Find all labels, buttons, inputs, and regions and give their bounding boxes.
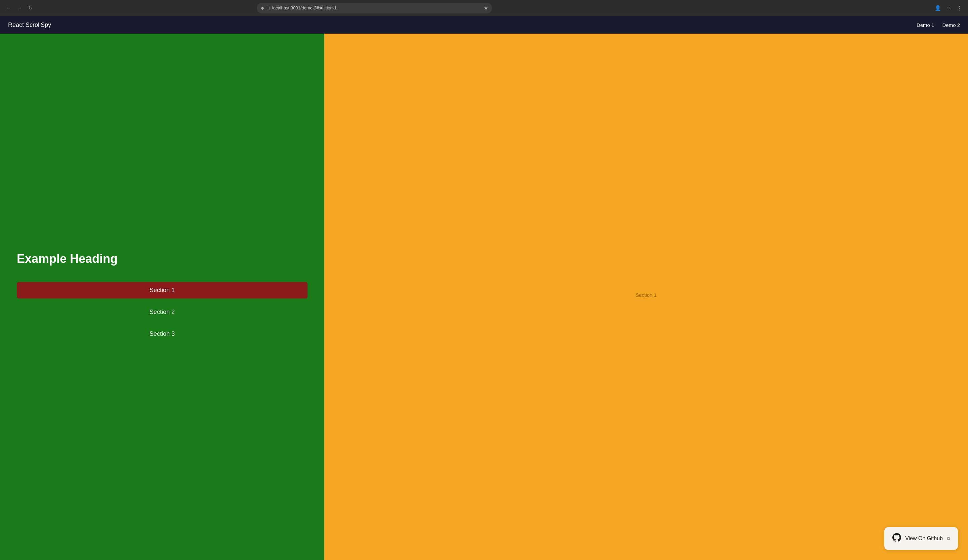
app-header: React ScrollSpy Demo 1 Demo 2 [0, 16, 968, 34]
browser-actions: 👤 ≡ ⋮ [933, 3, 964, 13]
address-bar[interactable]: ◆ □ localhost:3001/demo-2#section-1 ★ [257, 3, 492, 13]
content-area: Section 1 View On Github ⧉ [324, 34, 968, 560]
browser-nav-buttons: ← → ↻ [4, 3, 35, 13]
section-content-label: Section 1 [636, 292, 657, 298]
sidebar-heading: Example Heading [17, 252, 308, 266]
back-button[interactable]: ← [4, 3, 13, 13]
github-icon [892, 533, 901, 544]
nav-item-section2[interactable]: Section 2 [17, 304, 308, 320]
shield-icon: ◆ [261, 5, 264, 10]
github-button[interactable]: View On Github ⧉ [884, 527, 958, 550]
forward-button[interactable]: → [15, 3, 24, 13]
app-title: React ScrollSpy [8, 22, 51, 28]
page-icon: □ [267, 5, 270, 10]
extensions-button[interactable]: ≡ [944, 3, 953, 13]
browser-chrome: ← → ↻ ◆ □ localhost:3001/demo-2#section-… [0, 0, 968, 16]
url-text: localhost:3001/demo-2#section-1 [272, 5, 481, 10]
main-content: Example Heading Section 1 Section 2 Sect… [0, 34, 968, 560]
nav-item-section1[interactable]: Section 1 [17, 282, 308, 298]
reload-button[interactable]: ↻ [25, 3, 35, 13]
menu-button[interactable]: ⋮ [955, 3, 964, 13]
demo1-nav-link[interactable]: Demo 1 [917, 22, 934, 28]
firefox-account-button[interactable]: 👤 [933, 3, 943, 13]
github-button-label: View On Github [905, 535, 943, 542]
sidebar: Example Heading Section 1 Section 2 Sect… [0, 34, 324, 560]
demo2-nav-link[interactable]: Demo 2 [942, 22, 960, 28]
nav-item-section3[interactable]: Section 3 [17, 326, 308, 342]
bookmark-icon[interactable]: ★ [484, 5, 488, 11]
app-nav: Demo 1 Demo 2 [917, 22, 960, 28]
sidebar-nav: Section 1 Section 2 Section 3 [17, 282, 308, 342]
external-link-icon: ⧉ [947, 536, 950, 541]
